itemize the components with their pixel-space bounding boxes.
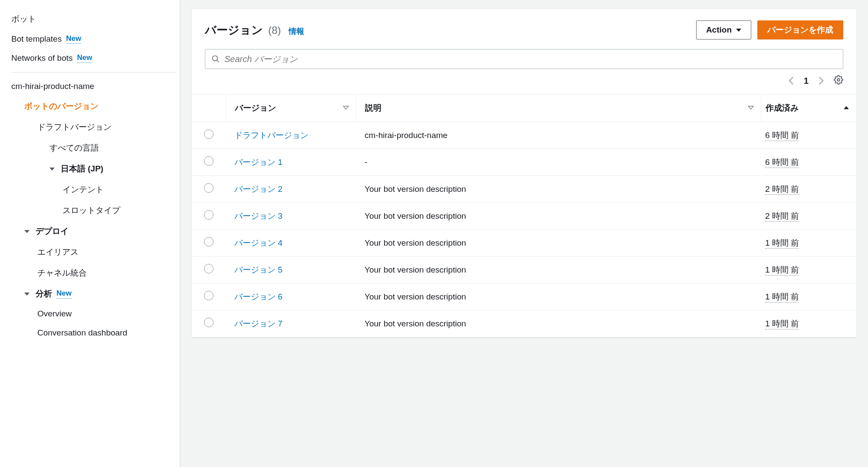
row-desc-cell: Your bot version description: [356, 310, 761, 337]
sidebar-item-label: Networks of bots: [11, 53, 73, 63]
col-created[interactable]: 作成済み: [761, 95, 856, 122]
sidebar-item-overview[interactable]: Overview: [11, 304, 175, 323]
version-link[interactable]: バージョン 3: [234, 211, 283, 220]
sort-icon: [343, 103, 349, 113]
sidebar-item-slot-types[interactable]: スロットタイプ: [11, 200, 175, 221]
settings-button[interactable]: [834, 75, 843, 86]
page-next-button[interactable]: [818, 76, 824, 86]
time-text: 1 時間 前: [765, 238, 799, 249]
search-input[interactable]: [224, 54, 837, 64]
chevron-left-icon: [788, 76, 794, 86]
row-desc-cell: Your bot version description: [356, 230, 761, 257]
pagination: 1: [192, 69, 856, 94]
sidebar-item-label: 分析: [36, 288, 52, 299]
col-version[interactable]: バージョン: [226, 95, 356, 122]
row-version-cell: バージョン 1: [226, 149, 356, 176]
version-link[interactable]: バージョン 6: [234, 292, 283, 301]
sidebar-item-channels[interactable]: チャネル統合: [11, 263, 175, 283]
svg-point-0: [213, 56, 218, 61]
time-text: 6 時間 前: [765, 158, 799, 168]
row-version-cell: バージョン 3: [226, 203, 356, 230]
sidebar-item-label: スロットタイプ: [62, 205, 120, 216]
row-select-cell: [192, 203, 226, 230]
svg-line-1: [217, 60, 219, 62]
sidebar-item-label: Bot templates: [11, 34, 62, 44]
table-row: バージョン 5Your bot version description1 時間 …: [192, 257, 856, 283]
version-link[interactable]: バージョン 7: [234, 319, 283, 328]
sidebar-item-bot-versions[interactable]: ボットのバージョン: [11, 96, 175, 117]
sidebar-bot-name[interactable]: cm-hirai-product-name: [11, 77, 175, 96]
sidebar-item-intents[interactable]: インテント: [11, 179, 175, 200]
row-select-cell: [192, 149, 226, 176]
row-time-cell: 1 時間 前: [761, 310, 856, 337]
time-text: 2 時間 前: [765, 211, 799, 222]
caret-down-icon: [49, 168, 55, 171]
sort-icon: [748, 103, 754, 113]
row-desc-cell: -: [356, 149, 761, 176]
sidebar-item-label: Conversation dashboard: [37, 328, 127, 338]
chevron-down-icon: [736, 29, 741, 32]
row-version-cell: バージョン 5: [226, 257, 356, 283]
radio-button[interactable]: [204, 264, 214, 273]
gear-icon: [834, 75, 843, 85]
time-text: 1 時間 前: [765, 265, 799, 276]
row-time-cell: 2 時間 前: [761, 203, 856, 230]
caret-down-icon: [24, 293, 30, 296]
sidebar: ボットBot templatesNewNetworks of botsNew c…: [0, 0, 180, 467]
table-row: ドラフトバージョンcm-hirai-product-name6 時間 前: [192, 122, 856, 149]
sidebar-item-analytics[interactable]: 分析New: [11, 283, 175, 304]
sidebar-item-conv-dash[interactable]: Conversation dashboard: [11, 323, 175, 342]
col-select: [192, 95, 226, 122]
row-version-cell: バージョン 6: [226, 283, 356, 310]
sort-asc-icon: [843, 103, 849, 113]
radio-button[interactable]: [204, 183, 214, 193]
sidebar-item-label: ドラフトバージョン: [37, 122, 112, 133]
row-time-cell: 6 時間 前: [761, 149, 856, 176]
radio-button[interactable]: [204, 129, 214, 139]
radio-button[interactable]: [204, 210, 214, 220]
row-select-cell: [192, 310, 226, 337]
sidebar-item-bot-templates[interactable]: Bot templatesNew: [11, 30, 175, 49]
page-number: 1: [804, 76, 809, 86]
sidebar-item-deploy[interactable]: デプロイ: [11, 221, 175, 242]
row-time-cell: 6 時間 前: [761, 122, 856, 149]
sidebar-item-lang-jp[interactable]: 日本語 (JP): [11, 158, 175, 179]
versions-table: バージョン 説明 作成済み: [192, 94, 856, 337]
row-time-cell: 1 時間 前: [761, 257, 856, 283]
table-row: バージョン 7Your bot version description1 時間 …: [192, 310, 856, 337]
sidebar-item-networks[interactable]: Networks of botsNew: [11, 49, 175, 68]
radio-button[interactable]: [204, 291, 214, 300]
sidebar-item-all-langs[interactable]: すべての言語: [11, 138, 175, 158]
sidebar-item-draft-version[interactable]: ドラフトバージョン: [11, 117, 175, 138]
sidebar-item-label: 日本語 (JP): [61, 163, 103, 174]
main-content: バージョン (8) 情報 Action バージョンを作成 1: [180, 0, 868, 467]
radio-button[interactable]: [204, 237, 214, 247]
version-link[interactable]: ドラフトバージョン: [234, 131, 309, 140]
row-desc-cell: Your bot version description: [356, 283, 761, 310]
chevron-right-icon: [818, 76, 824, 86]
card-header: バージョン (8) 情報 Action バージョンを作成: [192, 9, 856, 43]
svg-point-2: [837, 79, 840, 81]
radio-button[interactable]: [204, 318, 214, 327]
action-button-label: Action: [706, 25, 732, 35]
version-link[interactable]: バージョン 1: [234, 158, 283, 167]
row-version-cell: バージョン 7: [226, 310, 356, 337]
version-link[interactable]: バージョン 2: [234, 184, 283, 194]
sidebar-item-label: チャネル統合: [37, 267, 87, 279]
action-button[interactable]: Action: [696, 20, 751, 39]
page-prev-button[interactable]: [788, 76, 794, 86]
create-version-button[interactable]: バージョンを作成: [757, 20, 843, 39]
radio-button[interactable]: [204, 156, 214, 166]
version-link[interactable]: バージョン 5: [234, 265, 283, 274]
col-description[interactable]: 説明: [356, 95, 761, 122]
new-badge: New: [77, 53, 92, 63]
sidebar-item-aliases[interactable]: エイリアス: [11, 242, 175, 263]
sidebar-item-bots[interactable]: ボット: [11, 9, 175, 30]
sidebar-item-label: ボットのバージョン: [24, 101, 99, 112]
version-link[interactable]: バージョン 4: [234, 238, 283, 247]
sidebar-separator: [11, 72, 175, 72]
time-text: 6 時間 前: [765, 131, 799, 141]
search-box[interactable]: [205, 49, 843, 69]
info-link[interactable]: 情報: [289, 26, 304, 36]
table-row: バージョン 3Your bot version description2 時間 …: [192, 203, 856, 230]
